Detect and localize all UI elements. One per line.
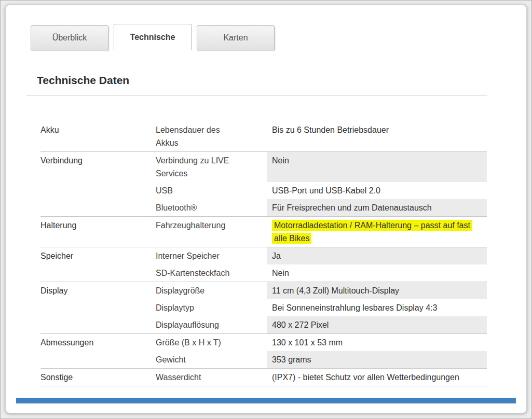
spec-value: Ja [267,247,487,264]
highlighted-text: Motorradladestation / RAM-Halterung – pa… [272,220,472,244]
tab-ueberblick[interactable]: Überblick [31,25,108,50]
spec-category: Verbindung [40,152,156,182]
spec-group: AbmessungenGröße (B x H x T)130 x 101 x … [40,334,487,369]
spec-row: Displayauflösung480 x 272 Pixel [40,316,487,333]
spec-category [40,299,156,316]
spec-value: Nein [267,264,487,282]
spec-value: 11 cm (4,3 Zoll) Multitouch-Display [267,282,487,299]
spec-value: Nein [267,152,487,182]
tab-technische[interactable]: Technische [114,24,192,50]
spec-name: Bluetooth® [156,199,267,216]
spec-name: Verbindung zu LIVE Services [156,152,267,182]
spec-group: AkkuLebensdauer des AkkusBis zu 6 Stunde… [40,121,487,152]
spec-name: SD-Kartensteckfach [156,264,267,282]
spec-category: Sonstige [40,369,156,386]
spec-name: Displaygröße [156,282,267,299]
spec-row: Bluetooth®Für Freisprechen und zum Daten… [40,199,487,216]
spec-row: AkkuLebensdauer des AkkusBis zu 6 Stunde… [40,121,487,151]
tab-bar: ÜberblickTechnischeKarten [6,5,526,50]
spec-category: Abmessungen [40,334,156,351]
spec-category [40,264,156,282]
spec-row: HalterungFahrzeughalterungMotorradladest… [40,217,487,247]
title-divider [26,95,487,96]
spec-row: AbmessungenGröße (B x H x T)130 x 101 x … [40,334,487,351]
spec-value: Bis zu 6 Stunden Betriebsdauer [267,121,487,151]
footer-accent-bar [16,398,516,403]
specs-table: AkkuLebensdauer des AkkusBis zu 6 Stunde… [40,121,487,386]
spec-row: DisplayDisplaygröße11 cm (4,3 Zoll) Mult… [40,282,487,299]
page: { "colors": { "accent": "#4080bf", "high… [0,0,532,419]
spec-name: Lebensdauer des Akkus [156,121,267,151]
spec-value: USB-Port und USB-Kabel 2.0 [267,182,487,199]
spec-name: Displayauflösung [156,316,267,333]
spec-value: 130 x 101 x 53 mm [267,334,487,351]
spec-category [40,316,156,333]
spec-value: 480 x 272 Pixel [267,316,487,333]
spec-row: SonstigeWasserdicht(IPX7) - bietet Schut… [40,369,487,386]
spec-group: DisplayDisplaygröße11 cm (4,3 Zoll) Mult… [40,282,487,334]
spec-row: SD-KartensteckfachNein [40,264,487,282]
spec-category: Display [40,282,156,299]
spec-name: Gewicht [156,351,267,368]
spec-row: SpeicherInterner SpeicherJa [40,247,487,264]
spec-value: (IPX7) - bietet Schutz vor allen Wetterb… [267,369,487,386]
spec-name: Interner Speicher [156,247,267,264]
spec-value: Für Freisprechen und zum Datenaustausch [267,199,487,216]
spec-group: HalterungFahrzeughalterungMotorradladest… [40,217,487,247]
spec-category: Speicher [40,247,156,264]
spec-category [40,351,156,368]
spec-group: SpeicherInterner SpeicherJaSD-Kartenstec… [40,247,487,282]
spec-row: USBUSB-Port und USB-Kabel 2.0 [40,182,487,199]
spec-name: USB [156,182,267,199]
spec-row: Gewicht353 grams [40,351,487,368]
spec-name: Größe (B x H x T) [156,334,267,351]
spec-category: Akku [40,121,156,151]
spec-value: 353 grams [267,351,487,368]
spec-category: Halterung [40,217,156,247]
spec-value: Motorradladestation / RAM-Halterung – pa… [267,217,487,247]
page-title: Technische Daten [37,74,526,87]
spec-name: Fahrzeughalterung [156,217,267,247]
spec-name: Wasserdicht [156,369,267,386]
spec-category [40,199,156,216]
spec-group: SonstigeWasserdicht(IPX7) - bietet Schut… [40,369,487,386]
content-card: ÜberblickTechnischeKarten Technische Dat… [5,5,527,413]
tab-karten[interactable]: Karten [197,25,275,50]
spec-name: Displaytyp [156,299,267,316]
spec-row: DisplaytypBei Sonneneinstrahlung lesbare… [40,299,487,316]
spec-group: VerbindungVerbindung zu LIVE ServicesNei… [40,152,487,217]
spec-value: Bei Sonneneinstrahlung lesbares Display … [267,299,487,316]
spec-category [40,182,156,199]
spec-row: VerbindungVerbindung zu LIVE ServicesNei… [40,152,487,182]
